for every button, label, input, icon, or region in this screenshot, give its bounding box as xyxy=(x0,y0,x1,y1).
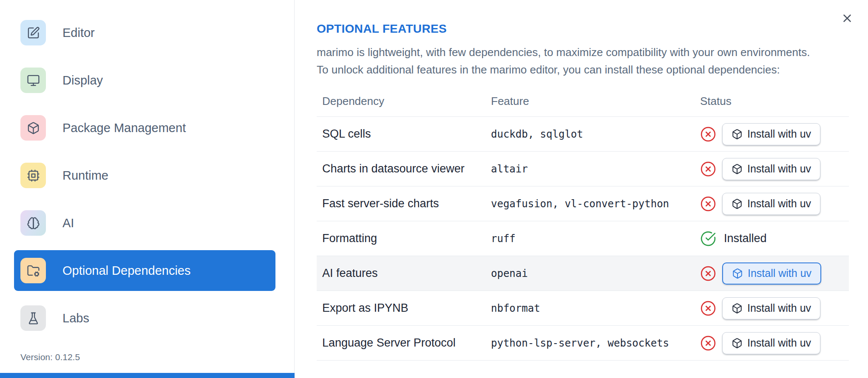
column-header-feature: Feature xyxy=(491,95,700,108)
dependency-cell: Charts in datasource viewer xyxy=(322,162,491,175)
table-row-sql-cells: SQL cells duckdb, sqlglot Install with u… xyxy=(317,117,849,152)
package-icon xyxy=(732,164,743,175)
sidebar-item-label: AI xyxy=(62,216,74,230)
settings-panel: OPTIONAL FEATURES marimo is lightweight,… xyxy=(295,0,868,378)
settings-dialog: Editor Display Package Management Runtim… xyxy=(0,0,868,378)
status-cell: Install with uv xyxy=(700,332,849,354)
table-row-language-server-protocol: Language Server Protocol python-lsp-serv… xyxy=(317,326,849,361)
install-with-uv-button[interactable]: Install with uv xyxy=(722,123,820,145)
description-line-2: To unlock additional features in the mar… xyxy=(317,63,780,76)
sidebar-item-labs[interactable]: Labs xyxy=(14,298,275,339)
install-button-label: Install with uv xyxy=(748,267,811,279)
not-installed-icon xyxy=(700,196,716,212)
status-cell: Install with uv xyxy=(700,158,849,180)
package-icon xyxy=(732,129,743,140)
dependency-cell: SQL cells xyxy=(322,127,491,141)
feature-cell: openai xyxy=(491,268,700,279)
sidebar-bottom-accent xyxy=(0,373,295,378)
table-row-formatting: Formatting ruff Installed xyxy=(317,221,849,256)
package-icon xyxy=(732,268,743,279)
install-with-uv-button[interactable]: Install with uv xyxy=(722,158,820,180)
status-cell: Install with uv xyxy=(700,123,849,145)
package-icon xyxy=(732,198,743,209)
installed-label: Installed xyxy=(724,232,767,245)
dependency-cell: Export as IPYNB xyxy=(322,302,491,315)
table-row-ai-features: AI features openai Install with uv xyxy=(317,256,849,291)
not-installed-icon xyxy=(700,335,716,351)
feature-cell: duckdb, sqlglot xyxy=(491,128,700,140)
package-icon xyxy=(732,338,743,349)
table-row-export-as-ipynb: Export as IPYNB nbformat Install with uv xyxy=(317,291,849,326)
table-row-charts-in-datasource-viewer: Charts in datasource viewer altair Insta… xyxy=(317,152,849,186)
sidebar-item-label: Optional Dependencies xyxy=(62,264,190,278)
not-installed-icon xyxy=(700,300,716,316)
description: marimo is lightweight, with few dependen… xyxy=(317,44,849,79)
dependency-cell: AI features xyxy=(322,267,491,280)
not-installed-icon xyxy=(700,126,716,142)
sidebar-nav: Editor Display Package Management Runtim… xyxy=(0,12,294,345)
status-cell: Installed xyxy=(700,231,849,247)
page-title: OPTIONAL FEATURES xyxy=(317,22,849,36)
install-button-label: Install with uv xyxy=(747,128,811,140)
square-pen-icon xyxy=(20,20,46,45)
status-cell: Install with uv xyxy=(700,297,849,319)
sidebar: Editor Display Package Management Runtim… xyxy=(0,0,295,378)
sidebar-item-editor[interactable]: Editor xyxy=(14,12,275,53)
description-line-1: marimo is lightweight, with few dependen… xyxy=(317,46,810,59)
install-button-label: Install with uv xyxy=(747,302,811,314)
flask-icon xyxy=(20,305,46,331)
feature-cell: python-lsp-server, websockets xyxy=(491,337,700,349)
sidebar-item-display[interactable]: Display xyxy=(14,60,275,101)
optional-features-section: OPTIONAL FEATURES marimo is lightweight,… xyxy=(317,0,849,361)
install-button-label: Install with uv xyxy=(747,197,811,210)
folder-cog-icon xyxy=(20,258,46,283)
feature-cell: vegafusion, vl-convert-python xyxy=(491,198,700,210)
sidebar-item-runtime[interactable]: Runtime xyxy=(14,155,275,196)
dependencies-table: Dependency Feature Status SQL cells duck… xyxy=(317,86,849,361)
version-label: Version: 0.12.5 xyxy=(20,352,80,362)
sidebar-item-label: Runtime xyxy=(62,169,108,183)
feature-cell: altair xyxy=(491,163,700,175)
box-icon xyxy=(20,115,46,141)
status-cell: Install with uv xyxy=(700,262,849,285)
column-header-dependency: Dependency xyxy=(322,95,491,108)
sidebar-item-ai[interactable]: AI xyxy=(14,203,275,243)
install-button-label: Install with uv xyxy=(747,163,811,175)
brain-icon xyxy=(20,210,46,236)
feature-cell: ruff xyxy=(491,233,700,245)
sidebar-item-label: Package Management xyxy=(62,121,186,135)
install-with-uv-button[interactable]: Install with uv xyxy=(722,297,820,319)
column-header-status: Status xyxy=(700,95,849,108)
not-installed-icon xyxy=(700,161,716,177)
not-installed-icon xyxy=(700,265,716,282)
sidebar-item-label: Editor xyxy=(62,26,95,40)
dependency-cell: Language Server Protocol xyxy=(322,336,491,350)
table-row-fast-server-side-charts: Fast server-side charts vegafusion, vl-c… xyxy=(317,186,849,221)
monitor-icon xyxy=(20,68,46,93)
dependency-cell: Fast server-side charts xyxy=(322,197,491,210)
sidebar-item-label: Labs xyxy=(62,311,89,325)
sidebar-item-optional-dependencies[interactable]: Optional Dependencies xyxy=(14,250,275,291)
table-header: Dependency Feature Status xyxy=(317,86,849,117)
cpu-icon xyxy=(20,163,46,188)
install-button-label: Install with uv xyxy=(747,337,811,349)
installed-icon xyxy=(700,231,716,247)
sidebar-item-package-management[interactable]: Package Management xyxy=(14,107,275,148)
table-body: SQL cells duckdb, sqlglot Install with u… xyxy=(317,117,849,361)
install-with-uv-button[interactable]: Install with uv xyxy=(722,193,820,215)
install-with-uv-button[interactable]: Install with uv xyxy=(722,262,821,285)
package-icon xyxy=(732,303,743,314)
dependency-cell: Formatting xyxy=(322,232,491,245)
feature-cell: nbformat xyxy=(491,302,700,314)
status-cell: Install with uv xyxy=(700,193,849,215)
install-with-uv-button[interactable]: Install with uv xyxy=(722,332,820,354)
sidebar-item-label: Display xyxy=(62,73,103,87)
